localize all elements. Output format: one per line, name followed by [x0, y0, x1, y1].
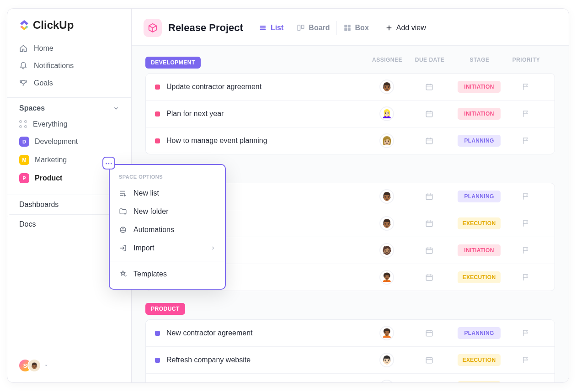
view-tab-board[interactable]: Board [290, 21, 336, 35]
space-everything[interactable]: Everything [13, 116, 126, 132]
svg-rect-37 [426, 275, 432, 281]
priority-cell[interactable] [506, 110, 545, 118]
priority-cell[interactable] [506, 356, 545, 364]
due-date-cell[interactable] [406, 83, 452, 91]
stage-cell[interactable]: INITIATION [452, 244, 506, 256]
space-item-development[interactable]: D Development [13, 132, 126, 151]
nav-notifications[interactable]: Notifications [13, 57, 126, 74]
task-row[interactable]: Update contractor agreement 👨🏾 INITIATIO… [146, 74, 555, 100]
stage-badge: EXECUTION [458, 271, 501, 283]
space-badge: D [19, 137, 29, 147]
view-tabs: List Board Box [252, 21, 375, 35]
popover-templates[interactable]: Templates [110, 265, 225, 283]
assignee-cell[interactable]: 👱🏻‍♀️ [367, 106, 406, 121]
stage-badge: EXECUTION [458, 381, 501, 382]
popover-automations[interactable]: Automations [110, 221, 225, 239]
avatar: 🧑🏾‍🦱 [379, 270, 394, 285]
due-date-cell[interactable] [406, 246, 452, 254]
assignee-cell[interactable]: 🧔🏽 [367, 243, 406, 258]
stage-badge: EXECUTION [458, 354, 501, 366]
priority-cell[interactable] [506, 83, 545, 91]
assignee-cell[interactable]: 👨🏻 [367, 380, 406, 382]
task-name: Plan for next year [166, 110, 224, 118]
task-row[interactable]: New contractor agreement 🧑🏾‍🦱 PLANNING [146, 320, 555, 346]
assignee-cell[interactable]: 🧑🏾‍🦱 [367, 270, 406, 285]
due-date-cell[interactable] [406, 110, 452, 118]
task-row[interactable]: Update key objectives 5 👨🏻 EXECUTION [146, 373, 555, 382]
assignee-cell[interactable]: 🧑🏾‍🦱 [367, 326, 406, 340]
flag-icon [522, 273, 530, 281]
due-date-cell[interactable] [406, 273, 452, 281]
group-pill[interactable]: DEVELOPMENT [145, 57, 201, 69]
priority-cell[interactable] [506, 219, 545, 228]
group-pill[interactable]: PRODUCT [145, 303, 185, 315]
assignee-cell[interactable]: 👨🏻 [367, 353, 406, 367]
stage-cell[interactable]: INITIATION [452, 108, 506, 120]
priority-cell[interactable] [506, 329, 545, 337]
status-square[interactable] [155, 331, 160, 336]
stage-cell[interactable]: INITIATION [452, 81, 506, 93]
stage-cell[interactable]: EXECUTION [452, 271, 506, 283]
view-tab-box[interactable]: Box [336, 21, 375, 35]
more-options-button[interactable]: ⋯ [102, 157, 115, 170]
task-row[interactable]: Plan for next year 👱🏻‍♀️ INITIATION [146, 100, 555, 127]
col-header-priority: PRIORITY [507, 57, 546, 69]
nav-home[interactable]: Home [13, 40, 126, 57]
priority-cell[interactable] [506, 192, 545, 201]
task-row[interactable]: How to manage event planning 👩🏼 PLANNING [146, 127, 555, 154]
priority-cell[interactable] [506, 246, 545, 254]
add-view-button[interactable]: Add view [385, 24, 426, 32]
popover-import[interactable]: Import [110, 239, 225, 257]
svg-rect-41 [426, 331, 432, 336]
status-square[interactable] [155, 138, 160, 143]
more-icon: ⋯ [105, 159, 112, 168]
plus-icon [385, 24, 393, 32]
stage-badge: EXECUTION [458, 217, 501, 229]
svg-rect-32 [426, 248, 432, 254]
nav-goals[interactable]: Goals [13, 74, 126, 92]
stage-cell[interactable]: PLANNING [452, 327, 506, 339]
avatar: 👨🏾 [379, 189, 394, 204]
assignee-cell[interactable]: 👨🏾 [367, 189, 406, 204]
stage-cell[interactable]: EXECUTION [452, 381, 506, 382]
due-date-cell[interactable] [406, 329, 452, 337]
stage-cell[interactable]: EXECUTION [452, 217, 506, 229]
popover-title: SPACE OPTIONS [110, 170, 225, 184]
svg-rect-8 [347, 28, 350, 31]
due-date-cell[interactable] [406, 219, 452, 228]
stage-cell[interactable]: PLANNING [452, 191, 506, 202]
assignee-cell[interactable]: 👨🏾 [367, 79, 406, 94]
popover-new-list[interactable]: New list [110, 184, 225, 202]
avatar: 🧑🏾‍🦱 [379, 326, 394, 340]
assignee-cell[interactable]: 👩🏼 [367, 133, 406, 148]
view-tab-list[interactable]: List [252, 21, 290, 35]
calendar-icon [425, 246, 433, 254]
spaces-header[interactable]: Spaces [7, 97, 131, 115]
avatar: 👨🏾 [379, 216, 394, 231]
stage-badge: INITIATION [458, 244, 501, 256]
svg-rect-19 [426, 138, 432, 144]
board-view-icon [297, 24, 305, 32]
priority-cell[interactable] [506, 273, 545, 281]
group-header-row: PRODUCT [145, 303, 555, 315]
project-title: Release Project [168, 22, 243, 34]
priority-cell[interactable] [506, 137, 545, 145]
flag-icon [522, 83, 530, 91]
caret-down-icon[interactable] [44, 363, 48, 368]
status-square[interactable] [155, 85, 160, 90]
task-row[interactable]: Refresh company website 👨🏻 EXECUTION [146, 346, 555, 373]
stage-cell[interactable]: EXECUTION [452, 354, 506, 366]
status-square[interactable] [155, 111, 160, 117]
status-square[interactable] [155, 358, 160, 363]
user-avatars[interactable]: S 👨🏾 [18, 359, 41, 372]
logo[interactable]: ClickUp [7, 19, 131, 38]
svg-rect-4 [302, 25, 304, 29]
stage-cell[interactable]: PLANNING [452, 135, 506, 147]
due-date-cell[interactable] [406, 356, 452, 364]
avatar: 👨🏾 [379, 79, 394, 94]
assignee-cell[interactable]: 👨🏾 [367, 216, 406, 231]
popover-new-folder[interactable]: New folder [110, 202, 225, 221]
flag-icon [522, 246, 530, 254]
due-date-cell[interactable] [406, 192, 452, 201]
due-date-cell[interactable] [406, 137, 452, 145]
